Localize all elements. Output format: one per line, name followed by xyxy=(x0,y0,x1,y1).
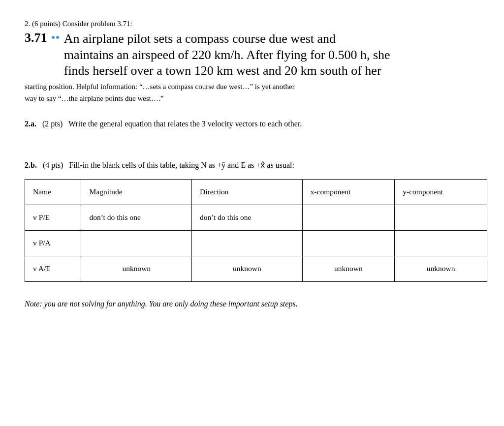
velocity-table: Name Magnitude Direction x-component y-c… xyxy=(25,179,487,282)
note-text: Note: you are not solving for anything. … xyxy=(25,300,479,308)
row1-magnitude: don’t do this one xyxy=(81,205,192,230)
row3-y-component: unknown xyxy=(395,256,487,281)
row3-direction: unknown xyxy=(192,256,303,281)
section-2a-label: 2.a. xyxy=(25,120,40,128)
row1-name: v P/E xyxy=(25,205,81,230)
row2-magnitude xyxy=(81,230,192,256)
section-2b-label: 2.b. xyxy=(25,161,41,169)
section-2b-text: Fill-in the blank cells of this table, t… xyxy=(69,161,294,169)
row2-direction xyxy=(192,230,303,256)
problem-sub-text-1: starting position. Helpful information: … xyxy=(25,81,479,92)
row2-name: v P/A xyxy=(25,230,81,256)
bullet-dots: •• xyxy=(51,31,60,45)
col-header-name: Name xyxy=(25,179,81,205)
table-row: v P/E don’t do this one don’t do this on… xyxy=(25,205,487,230)
col-header-magnitude: Magnitude xyxy=(81,179,192,205)
col-header-x-component: x-component xyxy=(302,179,395,205)
problem-header: 2. (6 points) Consider problem 3.71: 3.7… xyxy=(25,20,479,104)
problem-sub-text-2: way to say “…the airplane points due wes… xyxy=(25,93,479,104)
row1-x-component xyxy=(302,205,395,230)
note-section: Note: you are not solving for anything. … xyxy=(25,300,479,308)
table-header-row: Name Magnitude Direction x-component y-c… xyxy=(25,179,487,205)
section-2a-pts: (2 pts) xyxy=(42,120,66,128)
section-2a: 2.a. (2 pts) Write the general equation … xyxy=(25,118,479,130)
row1-direction: don’t do this one xyxy=(192,205,303,230)
section-2b-pts: (4 pts) xyxy=(43,161,67,169)
problem-number: 3.71 xyxy=(25,31,47,45)
table-row: v A/E unknown unknown unknown unknown xyxy=(25,256,487,281)
row3-name: v A/E xyxy=(25,256,81,281)
row3-magnitude: unknown xyxy=(81,256,192,281)
row1-y-component xyxy=(395,205,487,230)
col-header-direction: Direction xyxy=(192,179,303,205)
table-row: v P/A xyxy=(25,230,487,256)
row3-x-component: unknown xyxy=(302,256,395,281)
row2-x-component xyxy=(302,230,395,256)
section-2a-text: Write the general equation that relates … xyxy=(68,120,302,128)
problem-main-text: An airplane pilot sets a compass course … xyxy=(64,31,390,79)
col-header-y-component: y-component xyxy=(395,179,487,205)
row2-y-component xyxy=(395,230,487,256)
problem-header-text: 2. (6 points) Consider problem 3.71: xyxy=(25,20,479,28)
section-2b: 2.b. (4 pts) Fill-in the blank cells of … xyxy=(25,159,479,171)
